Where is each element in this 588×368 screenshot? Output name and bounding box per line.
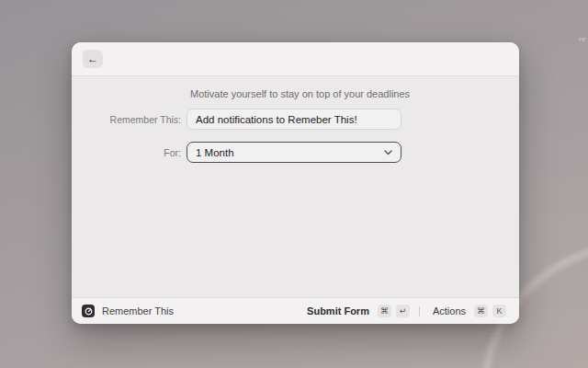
footer-app-info: Remember This bbox=[82, 305, 174, 317]
k-key-icon: K bbox=[492, 305, 506, 317]
remember-this-label: Remember This: bbox=[72, 114, 181, 125]
footer-app-name: Remember This bbox=[102, 305, 174, 316]
window-header: ← bbox=[72, 42, 519, 76]
for-dropdown-value: 1 Month bbox=[196, 147, 234, 158]
form-content: Motivate yourself to stay on top of your… bbox=[72, 76, 519, 163]
for-field-wrap: 1 Month bbox=[187, 142, 401, 163]
status-bar: Remember This Submit Form ⌘ ↵ Actions ⌘ … bbox=[72, 297, 519, 324]
form-row-remember-this: Remember This: bbox=[72, 109, 519, 130]
command-key-icon: ⌘ bbox=[378, 305, 391, 317]
remember-this-input[interactable] bbox=[187, 109, 401, 130]
chevron-down-icon bbox=[384, 150, 392, 155]
footer-actions: Submit Form ⌘ ↵ Actions ⌘ K bbox=[307, 305, 506, 317]
for-label: For: bbox=[72, 147, 181, 158]
submit-form-button[interactable]: Submit Form bbox=[307, 305, 369, 316]
back-button[interactable]: ← bbox=[83, 50, 103, 68]
command-key-icon: ⌘ bbox=[474, 305, 488, 317]
form-row-for: For: 1 Month bbox=[72, 142, 519, 163]
back-arrow-icon: ← bbox=[87, 53, 98, 64]
app-window: ← Motivate yourself to stay on top of yo… bbox=[72, 42, 519, 324]
footer-divider bbox=[419, 306, 420, 316]
remember-this-field-wrap bbox=[187, 109, 401, 130]
return-key-icon: ↵ bbox=[396, 305, 410, 317]
for-dropdown[interactable]: 1 Month bbox=[187, 142, 401, 163]
actions-button[interactable]: Actions bbox=[433, 305, 466, 316]
wallpaper-watermark: re bbox=[579, 35, 586, 43]
remember-this-app-icon bbox=[82, 305, 95, 317]
form-description: Motivate yourself to stay on top of your… bbox=[190, 88, 519, 99]
